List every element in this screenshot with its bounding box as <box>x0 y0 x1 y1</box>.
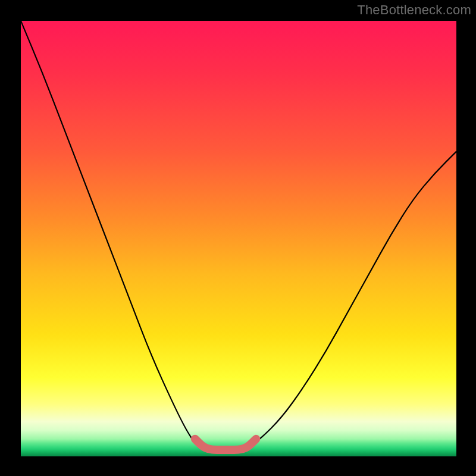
curve-left-path <box>21 21 203 447</box>
chart-svg <box>21 21 456 456</box>
plot-area <box>21 21 456 456</box>
curve-right-path <box>248 152 456 448</box>
bridge-highlight-path <box>195 439 256 450</box>
chart-frame: TheBottleneck.com <box>0 0 476 476</box>
watermark-text: TheBottleneck.com <box>357 2 471 18</box>
